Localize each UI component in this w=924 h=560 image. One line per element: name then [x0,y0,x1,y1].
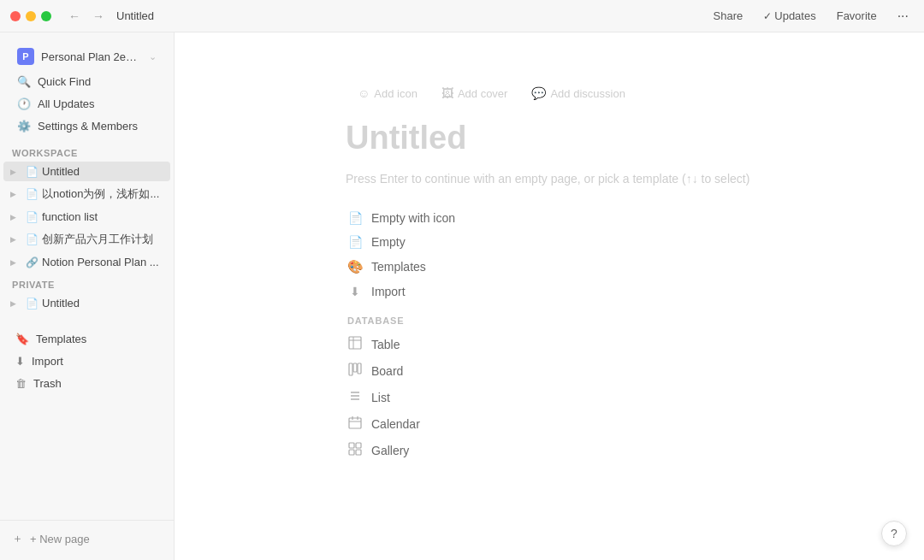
search-icon: 🔍 [17,75,31,88]
tree-item-label: 创新产品六月工作计划 [42,232,163,247]
svg-rect-14 [356,443,361,448]
nav-arrows: ← → [65,8,108,25]
empty-page-icon: 📄 [347,235,363,249]
page-icon: 📄 [26,211,38,223]
minimize-button[interactable] [26,11,36,21]
option-import[interactable]: ⬇ Import [337,280,679,304]
image-icon: 🖼 [441,86,453,100]
svg-rect-13 [349,443,354,448]
option-calendar[interactable]: Calendar [337,410,679,437]
workspace-header[interactable]: P Personal Plan 2e46576b ⌄ [9,43,165,70]
template-options: 📄 Empty with icon 📄 Empty 🎨 Templates ⬇ … [175,206,924,304]
svg-rect-4 [353,363,357,372]
clock-icon: 🕐 [17,97,31,110]
maximize-button[interactable] [41,11,51,21]
favorite-button[interactable]: Favorite [832,7,882,25]
option-gallery[interactable]: Gallery [337,437,679,463]
database-section-label: DATABASE [175,304,924,331]
sidebar-item-settings[interactable]: ⚙️ Settings & Members [9,115,165,137]
templates-label: Templates [36,333,86,345]
svg-rect-16 [356,450,361,455]
download-icon: ⬇ [347,285,363,298]
templates-icon: 🔖 [15,333,29,345]
more-button[interactable]: ··· [892,6,914,27]
updates-button[interactable]: ✓ Updates [758,7,820,25]
page-title-input[interactable]: Untitled [346,120,924,156]
option-empty[interactable]: 📄 Empty [337,230,679,254]
templates-colorful-icon: 🎨 [347,259,363,274]
back-button[interactable]: ← [65,8,84,25]
import-icon: ⬇ [15,355,25,368]
breadcrumb-title: Untitled [116,9,708,22]
new-page-label: + New page [30,533,90,545]
sidebar-item-function-list[interactable]: ▶ 📄 function list [3,207,170,227]
chevron-right-icon: ▶ [10,190,22,198]
help-button[interactable]: ? [881,521,907,546]
table-icon [347,336,363,352]
page-icon: 📄 [26,233,38,245]
gear-icon: ⚙️ [17,120,31,133]
workspace-name: Personal Plan 2e46576b [41,50,142,63]
board-icon [347,363,363,379]
quick-find-label: Quick Find [38,75,91,88]
page-header-actions: ☺ Add icon 🖼 Add cover 💬 Add discussion [175,32,924,120]
sidebar-item-import[interactable]: ⬇ Import [7,351,167,372]
chevron-right-icon: ▶ [10,168,22,176]
list-icon [347,389,363,405]
sidebar-bottom: ＋ + New page [0,520,174,560]
page-icon: 📄 [26,298,38,309]
sidebar-item-untitled-workspace[interactable]: ▶ 📄 Untitled [3,162,170,181]
page-title-area: Untitled [175,120,924,167]
option-list[interactable]: List [337,384,679,410]
option-templates[interactable]: 🎨 Templates [337,254,679,280]
sidebar-item-notion-personal-plan[interactable]: ▶ 🔗 Notion Personal Plan ... [3,252,170,272]
page-icon: 📄 [26,166,38,178]
add-cover-button[interactable]: 🖼 Add cover [436,84,513,103]
workspace-section-label: WORKSPACE [0,141,174,161]
add-discussion-button[interactable]: 💬 Add discussion [526,84,630,103]
tree-item-label: 以notion为例，浅析如... [42,186,163,202]
sidebar-item-templates[interactable]: 🔖 Templates [7,328,167,350]
title-bar: ← → Untitled Share ✓ Updates Favorite ··… [0,0,924,32]
option-table[interactable]: Table [337,331,679,357]
sidebar: P Personal Plan 2e46576b ⌄ 🔍 Quick Find … [0,32,175,560]
forward-button[interactable]: → [89,8,108,25]
trash-label: Trash [33,377,62,390]
sidebar-item-quick-find[interactable]: 🔍 Quick Find [9,71,165,92]
page-icon: 📄 [26,188,38,200]
svg-rect-3 [349,363,352,375]
sidebar-item-innovation-plan[interactable]: ▶ 📄 创新产品六月工作计划 [3,228,170,251]
sidebar-item-untitled-private[interactable]: ▶ 📄 Untitled [3,293,170,313]
close-button[interactable] [10,11,21,21]
all-updates-label: All Updates [38,97,94,110]
chevron-right-icon: ▶ [10,235,22,244]
plus-icon: ＋ [12,531,23,546]
new-page-button[interactable]: ＋ + New page [3,526,170,551]
comment-icon: 💬 [531,86,546,100]
chevron-right-icon: ▶ [10,258,22,267]
share-button[interactable]: Share [708,7,749,25]
content-area: ☺ Add icon 🖼 Add cover 💬 Add discussion … [175,32,924,560]
sidebar-top: P Personal Plan 2e46576b ⌄ 🔍 Quick Find … [0,32,174,141]
option-board[interactable]: Board [337,357,679,384]
sidebar-item-notion-example[interactable]: ▶ 📄 以notion为例，浅析如... [3,183,170,205]
tree-item-label: Untitled [42,297,163,309]
sidebar-item-trash[interactable]: 🗑 Trash [7,373,167,394]
trash-icon: 🗑 [15,377,27,390]
tree-item-label: Notion Personal Plan ... [42,256,163,268]
svg-rect-0 [349,337,361,349]
check-icon: ✓ [763,10,772,22]
calendar-icon [347,416,363,432]
svg-rect-5 [358,363,361,374]
add-icon-button[interactable]: ☺ Add icon [352,84,423,103]
private-section-label: PRIVATE [0,273,174,292]
sidebar-item-all-updates[interactable]: 🕐 All Updates [9,93,165,115]
link-icon: 🔗 [26,256,38,268]
import-label: Import [32,355,63,368]
workspace-icon: P [17,48,34,65]
traffic-lights [10,11,51,21]
svg-rect-9 [349,418,361,428]
option-empty-with-icon[interactable]: 📄 Empty with icon [337,206,679,230]
settings-label: Settings & Members [38,120,138,133]
main-layout: P Personal Plan 2e46576b ⌄ 🔍 Quick Find … [0,32,924,560]
